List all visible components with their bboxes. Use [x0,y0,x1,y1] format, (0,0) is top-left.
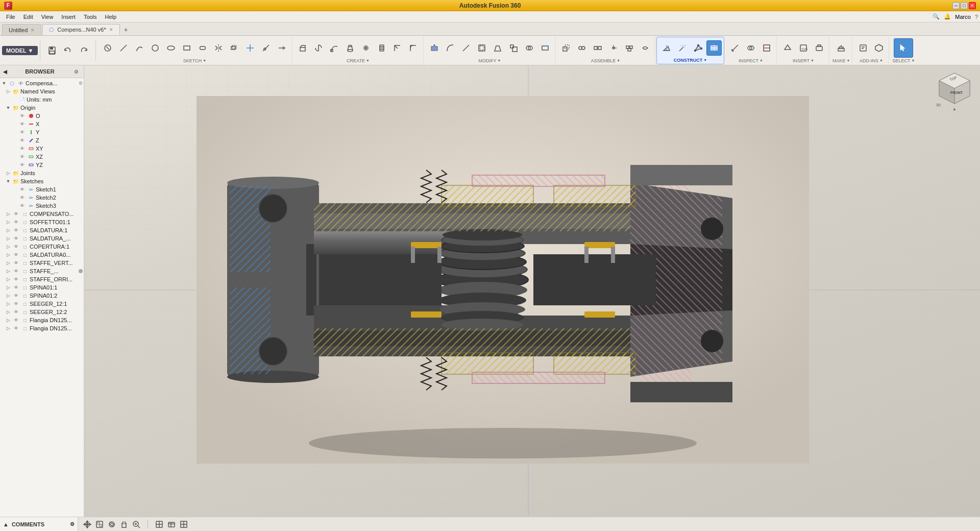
tree-seeger-12-1[interactable]: ▷ 👁 □ SEEGER_12:1 [0,300,84,308]
fillet-m-btn[interactable] [443,40,458,56]
home-icon[interactable] [94,519,105,529]
midplane-btn[interactable] [706,40,722,56]
undo-button[interactable] [60,43,76,58]
tree-origin-x[interactable]: 👁 X [0,120,84,128]
maximize-button[interactable]: □ [961,2,968,9]
ellipse-btn[interactable] [163,40,179,56]
browser-settings-btn[interactable]: ⚙ [72,67,81,76]
eye-icon-z[interactable]: 👁 [18,137,26,144]
tab-untitled[interactable]: Untitled ✕ [2,24,41,35]
insert-mesh-btn[interactable] [780,40,795,56]
press-pull-btn[interactable] [427,40,442,56]
shell-btn[interactable] [474,40,489,56]
chamfer-m-btn[interactable] [458,40,474,56]
eye-icon-c6[interactable]: 👁 [12,251,19,258]
eye-icon-c3[interactable]: 👁 [12,227,19,234]
menu-insert[interactable]: Insert [57,13,80,21]
tree-joints[interactable]: ▷ 📁 Joints [0,169,84,177]
redo-button[interactable] [76,43,91,58]
thread-btn[interactable] [374,40,389,56]
motion-link-btn[interactable] [638,40,653,56]
make-label[interactable]: MAKE▼ [832,58,850,63]
tree-staffe-orri[interactable]: ▷ 👁 □ STAFFE_ORRI... [0,275,84,283]
expand-arrow[interactable]: ▲ [3,521,9,527]
3d-print-btn[interactable] [834,40,849,56]
measure-btn[interactable] [727,40,743,56]
arc-btn[interactable] [132,40,147,56]
viewport[interactable]: FRONT TOP 3D ▲ [84,65,980,517]
circle-btn[interactable] [148,40,163,56]
extend-btn[interactable] [274,40,289,56]
pan-icon[interactable] [119,519,129,529]
tree-sketch3[interactable]: 👁 ✏ Sketch3 [0,202,84,210]
settings-icon-root[interactable]: ⚙ [79,81,83,86]
collapse-arrow[interactable]: ◀ [3,69,7,75]
project-btn[interactable] [242,40,258,56]
menu-help[interactable]: Help [101,13,121,21]
tree-origin-y[interactable]: 👁 Y [0,128,84,136]
menu-tools[interactable]: Tools [80,13,101,21]
eye-icon-c12[interactable]: 👁 [12,300,19,307]
tree-saldatura0[interactable]: ▷ 👁 □ SALDATURA0... [0,251,84,259]
tree-origin-xz[interactable]: 👁 XZ [0,153,84,161]
eye-icon-xy[interactable]: 👁 [18,145,26,152]
eye-icon-c10[interactable]: 👁 [12,284,19,291]
comments-settings[interactable]: ⚙ [70,521,75,527]
eye-icon-c11[interactable]: 👁 [12,292,19,299]
sweep-btn[interactable] [327,40,342,56]
eye-icon-c5[interactable]: 👁 [12,243,19,250]
tree-sketch1[interactable]: 👁 ✏ Sketch1 [0,185,84,194]
tree-origin-yz[interactable]: 👁 YZ [0,161,84,169]
select-label[interactable]: SELECT▼ [892,58,915,63]
hole-btn[interactable] [358,40,374,56]
zoom-icon[interactable] [131,519,141,529]
add-ins-btn[interactable] [871,40,887,56]
loft-btn[interactable] [342,40,358,56]
insert-decal-btn[interactable] [812,40,827,56]
chamfer-btn[interactable] [390,40,405,56]
plane-angle-btn[interactable] [675,40,690,56]
scale-btn[interactable] [506,40,521,56]
eye-icon-s1[interactable]: 👁 [18,186,26,193]
interference-btn[interactable] [743,40,758,56]
trim-btn[interactable] [258,40,274,56]
section-analysis-btn[interactable] [759,40,774,56]
eye-icon-s3[interactable]: 👁 [18,202,26,209]
menu-view[interactable]: View [37,13,58,21]
combine-btn[interactable] [522,40,537,56]
fillet-btn[interactable] [406,40,421,56]
tree-origin-o[interactable]: 👁 O [0,112,84,120]
view-controls-icon[interactable] [154,519,164,529]
line-btn[interactable] [116,40,131,56]
tree-origin-xy[interactable]: 👁 XY [0,144,84,153]
notification-icon[interactable]: 🔔 [944,13,951,20]
tree-root[interactable]: ▼ ⬡ 👁 Compensa... ⚙ [0,79,84,87]
tree-spina01-2[interactable]: ▷ 👁 □ SPINA01:2 [0,292,84,300]
rect-btn[interactable] [179,40,194,56]
tree-flangia-1[interactable]: ▷ 👁 □ Flangia DN125... [0,316,84,324]
eye-icon-c13[interactable]: 👁 [12,308,19,316]
eye-icon-c4[interactable]: 👁 [12,235,19,242]
new-tab-button[interactable]: + [121,24,131,35]
menu-file[interactable]: File [2,13,19,21]
viewcube[interactable]: FRONT TOP 3D ▲ [934,70,975,111]
eye-icon-c7[interactable]: 👁 [12,259,19,267]
sketch-stop-btn[interactable] [100,40,115,56]
grid-display-icon[interactable] [179,519,189,529]
plane-3pt-btn[interactable] [691,40,706,56]
tab-compens[interactable]: ⬡ Compens...N40 v6* ✕ [42,24,119,35]
model-mode-button[interactable]: MODEL ▼ [2,46,38,55]
scripts-btn[interactable] [855,40,871,56]
replace-face-btn[interactable] [537,40,553,56]
tree-staffe[interactable]: ▷ 👁 □ STAFFE_... [0,267,84,275]
eye-icon-c9[interactable]: 👁 [12,276,19,283]
tab-untitled-close[interactable]: ✕ [31,28,35,33]
modify-label[interactable]: MODIFY▼ [479,58,501,63]
joint-btn[interactable] [574,40,590,56]
draft-btn[interactable] [490,40,505,56]
mirror-btn[interactable] [211,40,226,56]
tree-seeger-12-2[interactable]: ▷ 👁 □ SEEGER_12:2 [0,308,84,316]
rigid-group-btn[interactable] [622,40,637,56]
tree-saldatura1[interactable]: ▷ 👁 □ SALDATURA:1 [0,226,84,234]
add-ins-label[interactable]: ADD-INS▼ [860,58,883,63]
